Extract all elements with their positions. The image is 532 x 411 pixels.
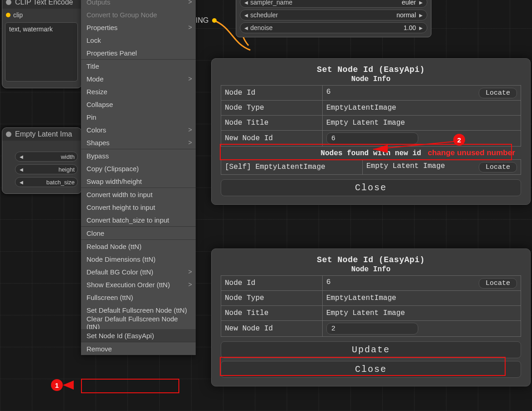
dialog-section: Node Info xyxy=(221,265,521,274)
prompt-textarea[interactable]: text, watermark xyxy=(5,22,78,81)
annotation-marker-1: 1 xyxy=(51,379,72,391)
param-label: sampler_name xyxy=(250,0,293,6)
chevron-right-icon[interactable]: ▶ xyxy=(418,13,424,18)
menu-item[interactable]: Bypass xyxy=(81,149,196,162)
port-label: clip xyxy=(13,11,23,19)
node-collapse-dot-icon[interactable] xyxy=(6,132,11,137)
table-row: Node Title Empty Latent Image xyxy=(221,306,521,321)
param-sampler_name[interactable]: ◀sampler_nameeuler▶ xyxy=(240,0,427,8)
menu-item[interactable]: Node Dimensions (ttN) xyxy=(81,253,196,265)
cell-label: New Node Id xyxy=(221,321,323,337)
menu-item[interactable]: Colors xyxy=(81,123,196,136)
set-node-id-dialog-1[interactable]: Set Node Id (EasyApi) Node Info Node Id … xyxy=(211,58,531,205)
cell-value: Empty Latent Image xyxy=(323,116,521,131)
menu-item[interactable]: Mode xyxy=(81,72,196,85)
dialog-title: Set Node Id (EasyApi) xyxy=(221,65,521,74)
menu-item[interactable]: Pin xyxy=(81,111,196,123)
param-label: denoise xyxy=(250,24,273,31)
cell-value: 6 Locate xyxy=(323,276,521,291)
menu-item[interactable]: Set Default Fullscreen Node (ttN) xyxy=(81,304,196,316)
menu-item[interactable]: Clear Default Fullscreen Node (ttN) xyxy=(81,316,196,329)
chevron-left-icon[interactable]: ◀ xyxy=(18,167,25,172)
cell-value xyxy=(323,131,521,147)
ing-badge: ING xyxy=(196,16,217,25)
table-row: [Self] EmptyLatentImage Empty Latent Ima… xyxy=(221,160,521,175)
menu-item[interactable]: Lock xyxy=(81,34,196,46)
input-port-dot-icon[interactable] xyxy=(6,13,10,17)
menu-item[interactable]: Properties Panel xyxy=(81,46,196,59)
menu-item[interactable]: Convert height to input xyxy=(81,201,196,213)
table-row: New Node Id xyxy=(221,321,521,337)
update-button[interactable]: Update xyxy=(221,341,521,358)
close-button[interactable]: Close xyxy=(221,361,521,378)
node-title: Empty Latent Ima xyxy=(15,130,72,138)
new-node-id-input[interactable] xyxy=(326,132,418,144)
node-titlebar[interactable]: Empty Latent Ima xyxy=(2,128,81,141)
menu-item[interactable]: Properties xyxy=(81,21,196,34)
param-denoise[interactable]: ◀denoise1.00▶ xyxy=(240,22,427,33)
found-name-text: Empty Latent Image xyxy=(366,162,445,170)
menu-item[interactable]: Reload Node (ttN) xyxy=(81,240,196,253)
table-row: Node Title Empty Latent Image xyxy=(221,116,521,131)
menu-item[interactable]: Shapes xyxy=(81,136,196,149)
menu-item[interactable]: Copy (Clipspace) xyxy=(81,162,196,175)
param-width[interactable]: ◀width xyxy=(15,152,78,162)
menu-item[interactable]: Convert to Group Node xyxy=(81,8,196,21)
chevron-right-icon[interactable]: ▶ xyxy=(418,0,424,5)
set-node-id-dialog-2[interactable]: Set Node Id (EasyApi) Node Info Node Id … xyxy=(211,249,531,386)
menu-item[interactable]: Swap width/height xyxy=(81,175,196,188)
table-row: New Node Id xyxy=(221,131,521,147)
param-height[interactable]: ◀height xyxy=(15,164,78,174)
menu-item[interactable]: Title xyxy=(81,60,196,72)
table-row: Node Type EmptyLatentImage xyxy=(221,291,521,306)
node-collapse-dot-icon[interactable] xyxy=(6,0,11,5)
chevron-left-icon[interactable]: ◀ xyxy=(243,25,249,30)
context-menu[interactable]: OutputsConvert to Group NodePropertiesLo… xyxy=(81,0,196,355)
cell-value: EmptyLatentImage xyxy=(323,291,521,306)
new-node-id-input[interactable] xyxy=(326,323,418,335)
clip-port[interactable]: clip xyxy=(2,9,81,19)
param-value: 1.00 xyxy=(273,24,418,31)
cell-value: EmptyLatentImage xyxy=(323,101,521,116)
sampler-node[interactable]: ◀sampler_nameeuler▶◀schedulernormal▶◀den… xyxy=(236,0,431,37)
cell-label: Node Id xyxy=(221,86,323,101)
param-value: normal xyxy=(278,11,418,19)
status-dot-icon xyxy=(212,18,217,23)
locate-button[interactable]: Locate xyxy=(479,88,517,98)
node-titlebar[interactable]: CLIP Text Encode xyxy=(2,0,81,9)
marker-number: 2 xyxy=(453,134,465,146)
menu-item[interactable]: Convert width to input xyxy=(81,188,196,201)
locate-button[interactable]: Locate xyxy=(479,162,517,173)
empty-latent-node[interactable]: Empty Latent Ima ◀width◀height◀batch_siz… xyxy=(2,127,82,194)
menu-item[interactable]: Resize xyxy=(81,85,196,98)
clip-text-encode-node[interactable]: CLIP Text Encode clip text, watermark xyxy=(2,0,82,88)
close-button[interactable]: Close xyxy=(221,179,521,196)
menu-item[interactable]: Collapse xyxy=(81,98,196,111)
node-title: CLIP Text Encode xyxy=(15,0,73,6)
menu-item[interactable]: Outputs xyxy=(81,0,196,8)
found-name: Empty Latent Image Locate xyxy=(363,160,521,175)
found-table: [Self] EmptyLatentImage Empty Latent Ima… xyxy=(221,159,521,175)
node-info-table: Node Id 6 Locate Node Type EmptyLatentIm… xyxy=(221,275,521,337)
menu-item[interactable]: Show Execution Order (ttN) xyxy=(81,278,196,291)
param-batch_size[interactable]: ◀batch_size xyxy=(15,177,78,187)
chevron-left-icon[interactable]: ◀ xyxy=(18,180,25,185)
menu-item[interactable]: Default BG Color (ttN) xyxy=(81,265,196,278)
marker-number: 1 xyxy=(51,379,63,391)
chevron-right-icon[interactable]: ▶ xyxy=(418,25,424,30)
table-row: Node Type EmptyLatentImage xyxy=(221,101,521,116)
param-label: width xyxy=(61,153,75,160)
param-scheduler[interactable]: ◀schedulernormal▶ xyxy=(240,10,427,20)
menu-item[interactable]: Set Node Id (EasyApi) xyxy=(81,329,196,342)
locate-button[interactable]: Locate xyxy=(479,278,517,289)
dialog-title: Set Node Id (EasyApi) xyxy=(221,255,521,264)
chevron-left-icon[interactable]: ◀ xyxy=(243,13,249,18)
chevron-left-icon[interactable]: ◀ xyxy=(243,0,249,5)
chevron-left-icon[interactable]: ◀ xyxy=(18,154,25,159)
node-id-value: 6 xyxy=(326,278,331,286)
menu-item[interactable]: Convert batch_size to input xyxy=(81,213,196,226)
menu-item[interactable]: Remove xyxy=(81,342,196,355)
param-label: height xyxy=(59,166,75,173)
menu-item[interactable]: Clone xyxy=(81,227,196,239)
menu-item[interactable]: Fullscreen (ttN) xyxy=(81,291,196,304)
